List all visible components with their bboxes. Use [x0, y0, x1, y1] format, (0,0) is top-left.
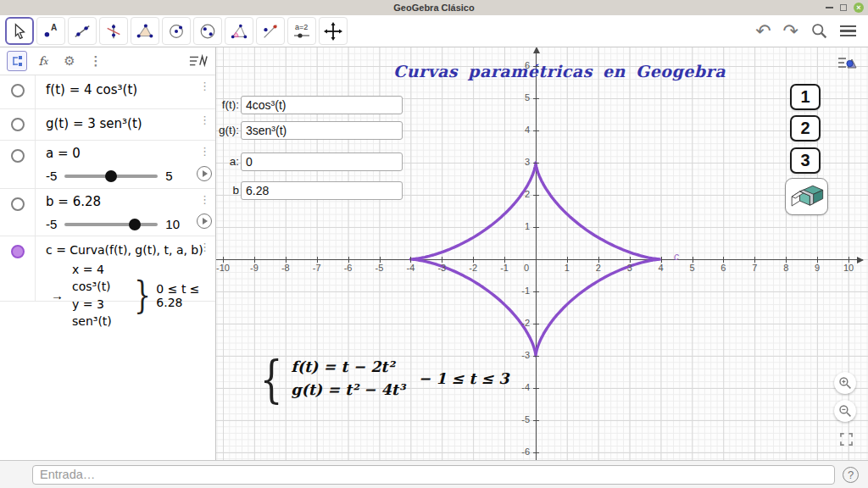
conic-tool-button[interactable] — [193, 17, 222, 45]
input-field-b[interactable] — [241, 181, 403, 200]
algebra-panel: fx ⚙ ⋮ f(t) = 4 cos³(t) ⋮ g(t) = 3 sen³(… — [0, 47, 216, 460]
input-field-f[interactable] — [241, 96, 403, 114]
undo-button[interactable]: ↶ — [755, 24, 771, 39]
axis-tick-label: -4 — [407, 263, 415, 273]
minimize-button[interactable] — [826, 7, 833, 8]
svg-text:A: A — [51, 23, 58, 32]
axis-tick-label: 2 — [509, 189, 530, 199]
slider-thumb-b[interactable] — [129, 219, 141, 230]
settings-gear-icon[interactable]: ⚙ — [59, 51, 80, 71]
fullscreen-button[interactable] — [836, 429, 856, 449]
input-bar: ? — [0, 460, 868, 488]
zoom-in-button[interactable] — [834, 372, 856, 394]
play-animation-button-a[interactable] — [197, 166, 212, 181]
reflect-tool-button[interactable] — [256, 17, 285, 45]
axis-tick-mark — [723, 257, 724, 263]
axis-tick-label: 4 — [659, 263, 664, 273]
axis-tick-mark — [630, 257, 631, 263]
fx-view-icon[interactable]: fx — [33, 51, 53, 71]
button-1[interactable]: 1 — [790, 84, 821, 110]
slider-track-b[interactable] — [64, 223, 158, 226]
formula-text: { f(t) = t − 2t² g(t) = t² − 4t³ − 1 ≤ t… — [255, 349, 509, 408]
play-icon — [203, 218, 208, 225]
axis-tick-mark — [533, 66, 539, 67]
axis-tick-mark — [533, 388, 539, 389]
play-animation-button-b[interactable] — [197, 214, 212, 229]
slider-thumb-a[interactable] — [105, 170, 117, 182]
axis-tick-mark — [254, 257, 255, 263]
algebra-header: fx ⚙ ⋮ — [0, 47, 215, 75]
algebra-options-icon[interactable]: ⋮ — [86, 51, 106, 71]
polygon-tool-button[interactable] — [131, 17, 159, 45]
algebra-row-f[interactable]: f(t) = 4 cos³(t) ⋮ — [0, 75, 215, 109]
visibility-toggle-b[interactable] — [11, 197, 25, 211]
special-line-tool-button[interactable] — [99, 17, 128, 45]
move-graphics-tool-button[interactable] — [319, 17, 348, 45]
axis-tick-mark — [533, 452, 539, 453]
eraser-button[interactable] — [785, 178, 828, 215]
algebra-row-b[interactable]: b = 6.28 -5 10 ⋮ — [0, 189, 215, 236]
slider-track-a[interactable] — [64, 175, 158, 178]
svg-text:a=2: a=2 — [295, 23, 308, 31]
axis-tick-mark — [442, 257, 442, 263]
search-icon[interactable] — [810, 22, 828, 40]
algebra-row-a[interactable]: a = 0 -5 5 ⋮ — [0, 141, 215, 189]
help-button[interactable]: ? — [843, 467, 859, 483]
axis-tick-mark — [567, 257, 568, 263]
axis-tick-mark — [661, 257, 662, 263]
move-tool-button[interactable] — [5, 17, 34, 45]
angle-icon — [230, 22, 248, 41]
point-tool-button[interactable]: A — [36, 17, 65, 45]
line-tool-button[interactable] — [68, 17, 97, 45]
visibility-toggle-a[interactable] — [11, 149, 25, 163]
row-menu-icon[interactable]: ⋮ — [199, 114, 210, 126]
row-menu-icon[interactable]: ⋮ — [199, 145, 210, 158]
axis-tick-mark — [504, 257, 505, 263]
button-2[interactable]: 2 — [790, 115, 821, 141]
algebra-row-c[interactable]: c = Curva(f(t), g(t), t, a, b) → x = 4 c… — [0, 236, 215, 302]
menu-button[interactable] — [840, 22, 856, 40]
axis-tick-mark — [533, 356, 539, 357]
axis-tick-label: -10 — [216, 263, 230, 273]
stylebar-toggle-button[interactable] — [836, 53, 858, 72]
equation-f: f(t) = 4 cos³(t) — [46, 82, 137, 97]
input-field-g[interactable] — [241, 121, 403, 140]
axis-tick-mark — [380, 257, 381, 263]
axis-tick-label: 3 — [627, 263, 632, 273]
entrada-input[interactable] — [32, 465, 835, 485]
axis-tick-mark — [533, 420, 539, 421]
slider-tool-button[interactable]: a=2 — [287, 17, 316, 45]
axis-tick-mark — [533, 98, 539, 99]
angle-tool-button[interactable] — [225, 17, 253, 45]
axis-tick-label: -5 — [376, 263, 384, 273]
row-menu-icon[interactable]: ⋮ — [199, 193, 210, 206]
button-3[interactable]: 3 — [790, 147, 821, 174]
axis-tick-mark — [286, 257, 287, 263]
visibility-toggle-c[interactable] — [11, 245, 25, 258]
visibility-toggle-f[interactable] — [11, 84, 25, 97]
row-menu-icon[interactable]: ⋮ — [199, 241, 210, 253]
algebra-row-g[interactable]: g(t) = 3 sen³(t) ⋮ — [0, 109, 215, 141]
row-menu-icon[interactable]: ⋮ — [199, 80, 210, 92]
circle-tool-button[interactable] — [162, 17, 191, 45]
curve-x-equation: x = 4 cos³(t) — [72, 261, 129, 296]
y-axis-arrow — [533, 47, 540, 53]
close-button[interactable]: × — [854, 3, 864, 13]
axis-tick-mark — [817, 257, 818, 263]
axis-tick-mark — [533, 227, 539, 228]
graphics-view[interactable]: c Curvas paramétricas en Geogebra f(t): … — [216, 47, 868, 460]
visibility-toggle-g[interactable] — [11, 118, 25, 131]
axis-tick-mark — [849, 257, 849, 263]
zoom-out-button[interactable] — [834, 400, 856, 422]
input-field-a[interactable] — [241, 152, 403, 171]
axis-tick-label: -6 — [509, 446, 530, 457]
slider-value-a: a = 0 — [46, 146, 81, 161]
tree-view-icon[interactable] — [7, 51, 27, 71]
axis-tick-label: 0 — [524, 263, 529, 273]
sort-objects-icon[interactable] — [188, 51, 209, 71]
axis-tick-label: 7 — [752, 263, 757, 273]
slider-max-a: 5 — [165, 169, 172, 183]
redo-button[interactable]: ↷ — [783, 24, 798, 39]
slider-max-b: 10 — [165, 217, 180, 231]
maximize-button[interactable] — [840, 4, 847, 11]
